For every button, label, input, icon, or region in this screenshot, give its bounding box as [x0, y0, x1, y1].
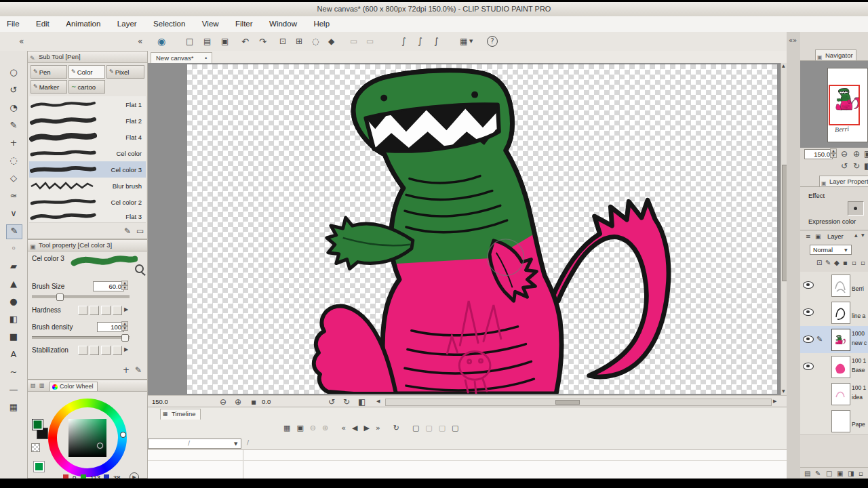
delete-layer-icon[interactable]: ▫	[859, 470, 863, 477]
mask-icon[interactable]: ◆	[834, 260, 840, 266]
eyedropper-tool-icon[interactable]: ◦	[6, 242, 21, 256]
play-icon[interactable]: ▶	[363, 424, 369, 432]
color-wheel-tab[interactable]: Color Wheel	[50, 382, 98, 392]
merge-layer-icon[interactable]: ▣	[837, 470, 843, 477]
brush-item-flat3[interactable]: Flat 3	[29, 210, 146, 223]
selection-transform-icon[interactable]: ⊞	[296, 37, 302, 45]
brush-density-slider[interactable]	[32, 336, 130, 339]
transparent-color-swatch[interactable]	[31, 443, 40, 452]
ruler-icon[interactable]: ▪	[843, 260, 848, 266]
brush-size-spinner[interactable]: ▲ ▼	[121, 281, 128, 291]
duplicate-layer-icon[interactable]: □	[826, 470, 832, 477]
open-file-icon[interactable]: ▤	[203, 37, 211, 45]
hardness-expand-icon[interactable]: ▶	[124, 307, 128, 312]
layer-visible-icon[interactable]	[803, 363, 814, 370]
layer-row-line[interactable]: line a	[800, 299, 868, 327]
lock-transparent-icon[interactable]: ✎	[825, 260, 831, 266]
new-layer-icon[interactable]: ▤	[804, 470, 810, 477]
stabilization-expand-icon[interactable]: ▶	[124, 347, 128, 352]
zoom-in-icon[interactable]: ⊕	[235, 398, 241, 406]
canvas-artwork[interactable]	[187, 64, 777, 394]
decoration-tool-icon[interactable]: ◇	[6, 171, 21, 185]
snap-grid-icon[interactable]: ∫	[434, 37, 439, 45]
collapse-left-dock-icon[interactable]: «	[19, 37, 24, 45]
menu-help[interactable]: Help	[307, 16, 336, 32]
snap-ruler-icon[interactable]: ∫	[401, 37, 406, 45]
menu-filter[interactable]: Filter	[229, 16, 260, 32]
hardness-blocks[interactable]	[78, 306, 122, 315]
gradient-tool-icon[interactable]: ▲	[6, 277, 21, 291]
navigator-view-frame[interactable]	[829, 85, 860, 125]
palette-dock-icon-2[interactable]: ▥	[39, 383, 45, 388]
nav-fit-icon[interactable]: ▣	[864, 150, 868, 158]
layer-thumbnail[interactable]	[831, 274, 850, 297]
clip-studio-logo-icon[interactable]: ◉	[157, 37, 165, 46]
redo-icon[interactable]: ↷	[259, 37, 267, 46]
canvas-viewport[interactable]: ▲ ▼	[148, 63, 787, 395]
copy-subtool-icon[interactable]: ✎	[124, 227, 131, 235]
undo-icon[interactable]: ↶	[241, 37, 249, 46]
save-icon[interactable]: ▣	[221, 37, 229, 45]
brush-item-flat1[interactable]: Flat 1	[29, 96, 146, 113]
new-canvas-icon[interactable]: □	[186, 37, 193, 45]
prev-frame-icon[interactable]: ◀	[352, 424, 357, 432]
nav-zoom-in-icon[interactable]: ⊕	[853, 150, 860, 158]
brush-density-spinner[interactable]: ▲ ▼	[121, 321, 128, 331]
layer-visible-icon[interactable]	[803, 281, 814, 289]
layer-visible-icon[interactable]	[803, 308, 814, 316]
layer-palette-down-icon[interactable]: ▼	[861, 233, 865, 237]
new-folder-icon[interactable]: ✎	[815, 470, 821, 477]
slider-handle[interactable]	[121, 334, 129, 342]
stabilization-blocks[interactable]	[78, 346, 122, 355]
navigator-canvas-thumb[interactable]: Berri	[827, 68, 868, 142]
vertical-scroll-thumb[interactable]	[782, 165, 787, 281]
subtool-group-marker[interactable]: ✎ Marker	[31, 80, 67, 94]
zoom-tool-icon[interactable]: ○	[6, 66, 21, 79]
timeline-tab[interactable]: ▦ Timeline	[160, 409, 201, 420]
layer-palette-up-icon[interactable]: ▲	[854, 233, 858, 237]
brush-tool-icon[interactable]: ▰	[6, 260, 21, 273]
onion-skin-icon[interactable]: ▢	[412, 424, 419, 432]
navigator-zoom-value[interactable]: 150.0	[804, 149, 833, 159]
help-icon[interactable]: ?	[487, 36, 498, 47]
brush-item-celcolor3[interactable]: Cel color 3	[29, 161, 146, 178]
zoom-out-icon[interactable]: ⊖	[220, 398, 226, 406]
brush-density-value[interactable]: 100	[97, 322, 124, 332]
brush-size-slider[interactable]	[32, 296, 130, 298]
fill-tool-icon[interactable]: ■	[6, 330, 21, 344]
lock-layer-icon[interactable]: ⊡	[816, 260, 822, 266]
layer-property-tab[interactable]: ▣ Layer Property	[819, 176, 868, 187]
scroll-left-icon[interactable]: ◀	[376, 399, 380, 404]
layer-thumbnail[interactable]	[831, 410, 850, 432]
move-tool-icon[interactable]: +	[6, 136, 21, 150]
blend-mode-select[interactable]: Normal ▼	[810, 245, 852, 255]
layer-row-base[interactable]: 100 1 Base	[800, 353, 868, 381]
grid-dropdown-icon[interactable]: ▼	[469, 39, 473, 44]
brush-size-value[interactable]: 60.0	[93, 281, 124, 291]
layer-row-paper[interactable]: Pape	[800, 407, 868, 435]
track-dropdown-icon[interactable]: ▼	[234, 442, 237, 447]
line-tool-icon[interactable]: —	[6, 383, 21, 396]
collapse-right-dock-icon[interactable]: «»	[789, 37, 797, 44]
spin-up-icon[interactable]: ▲	[121, 281, 128, 285]
menu-window[interactable]: Window	[262, 16, 304, 32]
current-color-chip[interactable]	[34, 462, 44, 472]
selection-marquee-icon[interactable]: ⊡	[279, 37, 286, 45]
set-icon[interactable]: ▫	[852, 260, 856, 266]
vertical-scrollbar[interactable]: ▲ ▼	[781, 63, 787, 395]
brush-item-celcolor[interactable]: Cel color	[29, 145, 146, 162]
sv-square-handle[interactable]	[97, 443, 103, 449]
menu-layer[interactable]: Layer	[111, 16, 144, 32]
nav-rotate-cw-icon[interactable]: ↻	[853, 162, 860, 170]
tool-settings-icon[interactable]: ✎	[135, 366, 142, 374]
timeline-track-area[interactable]	[148, 449, 800, 480]
rotate-ccw-icon[interactable]: ↺	[328, 398, 335, 406]
subtool-group-cartoon[interactable]: ~ cartoo	[68, 80, 105, 94]
text-tool-icon[interactable]: A	[6, 348, 21, 361]
selection-tool-icon[interactable]: ◌	[6, 154, 21, 167]
spin-up-icon[interactable]: ▲	[121, 321, 128, 326]
delete-subtool-icon[interactable]: ▭	[136, 227, 144, 235]
rotate-cw-icon[interactable]: ↻	[343, 398, 350, 406]
layer-visible-icon[interactable]	[803, 336, 814, 343]
menu-selection[interactable]: Selection	[146, 16, 192, 32]
